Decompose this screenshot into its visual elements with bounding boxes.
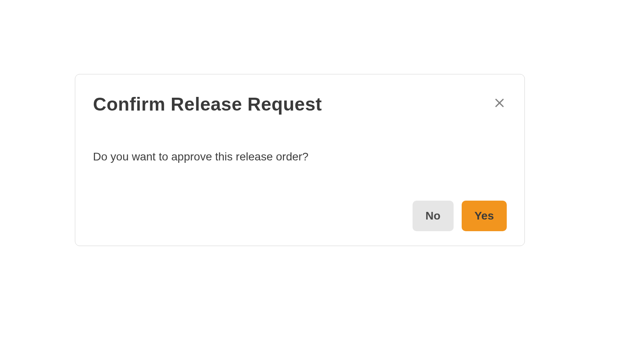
close-button[interactable] <box>492 96 507 111</box>
dialog-header: Confirm Release Request <box>93 94 507 115</box>
dialog-title: Confirm Release Request <box>93 94 322 115</box>
dialog-body: Do you want to approve this release orde… <box>93 149 507 164</box>
dialog-footer: No Yes <box>93 201 507 231</box>
confirm-dialog: Confirm Release Request Do you want to a… <box>75 74 525 246</box>
close-icon <box>493 97 506 110</box>
yes-button[interactable]: Yes <box>462 201 507 231</box>
dialog-message: Do you want to approve this release orde… <box>93 149 507 164</box>
no-button[interactable]: No <box>413 201 454 231</box>
